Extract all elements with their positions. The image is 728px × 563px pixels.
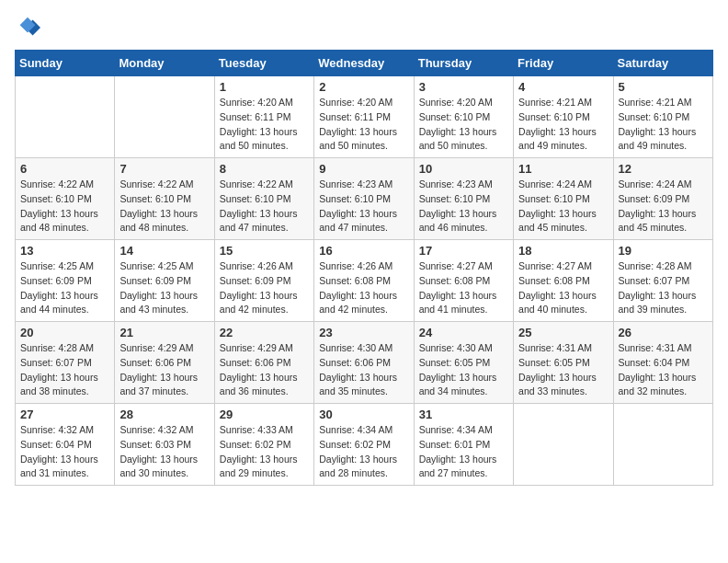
- day-cell: 23Sunrise: 4:30 AM Sunset: 6:06 PM Dayli…: [314, 322, 414, 404]
- day-cell: 21Sunrise: 4:29 AM Sunset: 6:06 PM Dayli…: [115, 322, 214, 404]
- day-cell: 16Sunrise: 4:26 AM Sunset: 6:08 PM Dayli…: [314, 240, 414, 322]
- day-cell: 30Sunrise: 4:34 AM Sunset: 6:02 PM Dayli…: [314, 404, 414, 486]
- day-cell: 14Sunrise: 4:25 AM Sunset: 6:09 PM Dayli…: [115, 240, 214, 322]
- day-cell: [613, 404, 712, 486]
- day-info: Sunrise: 4:32 AM Sunset: 6:03 PM Dayligh…: [119, 423, 209, 481]
- day-number: 5: [619, 80, 708, 94]
- week-row-5: 27Sunrise: 4:32 AM Sunset: 6:04 PM Dayli…: [16, 404, 713, 486]
- page-header: [15, 15, 713, 40]
- day-number: 8: [220, 162, 309, 176]
- day-cell: 27Sunrise: 4:32 AM Sunset: 6:04 PM Dayli…: [16, 404, 115, 486]
- day-info: Sunrise: 4:27 AM Sunset: 6:08 PM Dayligh…: [419, 259, 508, 317]
- day-cell: 5Sunrise: 4:21 AM Sunset: 6:10 PM Daylig…: [613, 76, 712, 158]
- week-row-3: 13Sunrise: 4:25 AM Sunset: 6:09 PM Dayli…: [16, 240, 713, 322]
- weekday-wednesday: Wednesday: [314, 51, 414, 76]
- day-info: Sunrise: 4:26 AM Sunset: 6:08 PM Dayligh…: [319, 259, 408, 317]
- day-number: 19: [619, 244, 708, 258]
- day-cell: 28Sunrise: 4:32 AM Sunset: 6:03 PM Dayli…: [115, 404, 214, 486]
- day-cell: 13Sunrise: 4:25 AM Sunset: 6:09 PM Dayli…: [16, 240, 115, 322]
- day-number: 4: [518, 80, 608, 94]
- day-cell: 10Sunrise: 4:23 AM Sunset: 6:10 PM Dayli…: [414, 158, 513, 240]
- day-number: 28: [119, 408, 209, 421]
- day-info: Sunrise: 4:20 AM Sunset: 6:11 PM Dayligh…: [319, 96, 408, 154]
- day-cell: 15Sunrise: 4:26 AM Sunset: 6:09 PM Dayli…: [214, 240, 313, 322]
- weekday-monday: Monday: [115, 51, 214, 76]
- day-info: Sunrise: 4:25 AM Sunset: 6:09 PM Dayligh…: [119, 259, 209, 317]
- day-cell: 18Sunrise: 4:27 AM Sunset: 6:08 PM Dayli…: [514, 240, 613, 322]
- day-cell: 11Sunrise: 4:24 AM Sunset: 6:10 PM Dayli…: [514, 158, 613, 240]
- day-cell: 12Sunrise: 4:24 AM Sunset: 6:09 PM Dayli…: [613, 158, 712, 240]
- day-info: Sunrise: 4:23 AM Sunset: 6:10 PM Dayligh…: [319, 178, 408, 236]
- week-row-2: 6Sunrise: 4:22 AM Sunset: 6:10 PM Daylig…: [16, 158, 713, 240]
- day-cell: 6Sunrise: 4:22 AM Sunset: 6:10 PM Daylig…: [16, 158, 115, 240]
- day-info: Sunrise: 4:24 AM Sunset: 6:09 PM Dayligh…: [619, 178, 708, 236]
- day-info: Sunrise: 4:30 AM Sunset: 6:06 PM Dayligh…: [319, 341, 408, 399]
- day-number: 1: [220, 80, 309, 94]
- weekday-tuesday: Tuesday: [214, 51, 313, 76]
- day-cell: 22Sunrise: 4:29 AM Sunset: 6:06 PM Dayli…: [214, 322, 313, 404]
- day-cell: 31Sunrise: 4:34 AM Sunset: 6:01 PM Dayli…: [414, 404, 513, 486]
- day-number: 9: [319, 162, 408, 176]
- day-number: 24: [419, 326, 508, 339]
- day-number: 11: [518, 162, 608, 176]
- day-number: 18: [518, 244, 608, 258]
- day-number: 31: [419, 408, 508, 421]
- day-cell: 9Sunrise: 4:23 AM Sunset: 6:10 PM Daylig…: [314, 158, 414, 240]
- day-number: 10: [419, 162, 508, 176]
- day-cell: 25Sunrise: 4:31 AM Sunset: 6:05 PM Dayli…: [514, 322, 613, 404]
- day-cell: 19Sunrise: 4:28 AM Sunset: 6:07 PM Dayli…: [613, 240, 712, 322]
- day-cell: 26Sunrise: 4:31 AM Sunset: 6:04 PM Dayli…: [613, 322, 712, 404]
- day-number: 21: [119, 326, 209, 339]
- day-info: Sunrise: 4:21 AM Sunset: 6:10 PM Dayligh…: [619, 96, 708, 154]
- day-number: 22: [220, 326, 309, 339]
- day-info: Sunrise: 4:34 AM Sunset: 6:02 PM Dayligh…: [319, 423, 408, 481]
- weekday-header-row: SundayMondayTuesdayWednesdayThursdayFrid…: [16, 51, 713, 76]
- day-cell: 20Sunrise: 4:28 AM Sunset: 6:07 PM Dayli…: [16, 322, 115, 404]
- day-number: 27: [20, 408, 109, 421]
- day-cell: 29Sunrise: 4:33 AM Sunset: 6:02 PM Dayli…: [214, 404, 313, 486]
- weekday-sunday: Sunday: [16, 51, 115, 76]
- day-cell: 24Sunrise: 4:30 AM Sunset: 6:05 PM Dayli…: [414, 322, 513, 404]
- day-info: Sunrise: 4:25 AM Sunset: 6:09 PM Dayligh…: [20, 259, 109, 317]
- day-number: 26: [619, 326, 708, 339]
- day-number: 14: [119, 244, 209, 258]
- day-cell: 2Sunrise: 4:20 AM Sunset: 6:11 PM Daylig…: [314, 76, 414, 158]
- logo-icon: [15, 15, 40, 40]
- day-info: Sunrise: 4:31 AM Sunset: 6:05 PM Dayligh…: [518, 341, 608, 399]
- day-info: Sunrise: 4:22 AM Sunset: 6:10 PM Dayligh…: [119, 178, 209, 236]
- logo: [15, 15, 44, 40]
- day-number: 30: [319, 408, 408, 421]
- day-number: 16: [319, 244, 408, 258]
- day-cell: 7Sunrise: 4:22 AM Sunset: 6:10 PM Daylig…: [115, 158, 214, 240]
- day-info: Sunrise: 4:26 AM Sunset: 6:09 PM Dayligh…: [220, 259, 309, 317]
- week-row-1: 1Sunrise: 4:20 AM Sunset: 6:11 PM Daylig…: [16, 76, 713, 158]
- day-number: 29: [220, 408, 309, 421]
- day-info: Sunrise: 4:24 AM Sunset: 6:10 PM Dayligh…: [518, 178, 608, 236]
- day-cell: 1Sunrise: 4:20 AM Sunset: 6:11 PM Daylig…: [214, 76, 313, 158]
- day-cell: [115, 76, 214, 158]
- day-info: Sunrise: 4:28 AM Sunset: 6:07 PM Dayligh…: [20, 341, 109, 399]
- day-info: Sunrise: 4:23 AM Sunset: 6:10 PM Dayligh…: [419, 178, 508, 236]
- day-cell: 8Sunrise: 4:22 AM Sunset: 6:10 PM Daylig…: [214, 158, 313, 240]
- day-info: Sunrise: 4:29 AM Sunset: 6:06 PM Dayligh…: [220, 341, 309, 399]
- day-number: 20: [20, 326, 109, 339]
- day-number: 13: [20, 244, 109, 258]
- day-info: Sunrise: 4:27 AM Sunset: 6:08 PM Dayligh…: [518, 259, 608, 317]
- day-number: 6: [20, 162, 109, 176]
- day-number: 15: [220, 244, 309, 258]
- week-row-4: 20Sunrise: 4:28 AM Sunset: 6:07 PM Dayli…: [16, 322, 713, 404]
- day-info: Sunrise: 4:21 AM Sunset: 6:10 PM Dayligh…: [518, 96, 608, 154]
- weekday-thursday: Thursday: [414, 51, 513, 76]
- day-info: Sunrise: 4:30 AM Sunset: 6:05 PM Dayligh…: [419, 341, 508, 399]
- weekday-saturday: Saturday: [613, 51, 712, 76]
- day-number: 23: [319, 326, 408, 339]
- day-cell: 17Sunrise: 4:27 AM Sunset: 6:08 PM Dayli…: [414, 240, 513, 322]
- day-cell: [514, 404, 613, 486]
- day-info: Sunrise: 4:22 AM Sunset: 6:10 PM Dayligh…: [20, 178, 109, 236]
- day-info: Sunrise: 4:29 AM Sunset: 6:06 PM Dayligh…: [119, 341, 209, 399]
- day-info: Sunrise: 4:32 AM Sunset: 6:04 PM Dayligh…: [20, 423, 109, 481]
- day-number: 7: [119, 162, 209, 176]
- day-info: Sunrise: 4:20 AM Sunset: 6:11 PM Dayligh…: [220, 96, 309, 154]
- day-info: Sunrise: 4:20 AM Sunset: 6:10 PM Dayligh…: [419, 96, 508, 154]
- day-info: Sunrise: 4:28 AM Sunset: 6:07 PM Dayligh…: [619, 259, 708, 317]
